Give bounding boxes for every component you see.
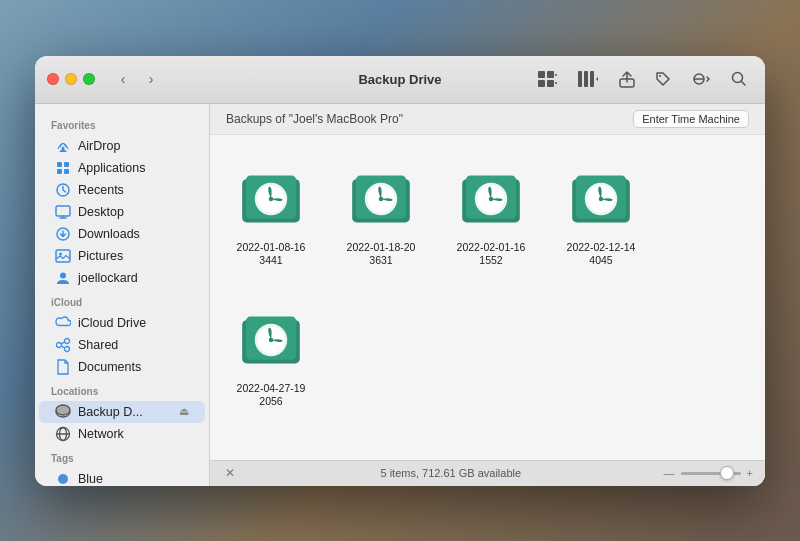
shared-icon xyxy=(55,337,71,353)
sidebar-item-icloud-drive[interactable]: iCloud Drive xyxy=(39,312,205,334)
finder-window: ‹ › Backup Drive xyxy=(35,56,765,486)
sidebar-item-backup-drive[interactable]: Backup D... ⏏ xyxy=(39,401,205,423)
svg-rect-4 xyxy=(578,71,582,87)
path-text: Backups of "Joel's MacBook Pro" xyxy=(226,112,403,126)
svg-rect-14 xyxy=(57,162,62,167)
share-button[interactable] xyxy=(613,66,641,92)
forward-button[interactable]: › xyxy=(139,67,163,91)
sidebar-item-documents[interactable]: Documents xyxy=(39,356,205,378)
documents-label: Documents xyxy=(78,360,141,374)
backup-drive-icon xyxy=(55,404,71,420)
file-item[interactable]: 2022-02-12-144045 xyxy=(556,155,646,276)
svg-rect-5 xyxy=(584,71,588,87)
downloads-icon xyxy=(55,226,71,242)
status-text: 5 items, 712.61 GB available xyxy=(238,467,664,479)
maximize-button[interactable] xyxy=(83,73,95,85)
sidebar-item-applications[interactable]: Applications xyxy=(39,157,205,179)
file-item[interactable]: 2022-02-01-161552 xyxy=(446,155,536,276)
back-button[interactable]: ‹ xyxy=(111,67,135,91)
sidebar-item-downloads[interactable]: Downloads xyxy=(39,223,205,245)
file-item[interactable]: 2022-01-08-163441 xyxy=(226,155,316,276)
pictures-label: Pictures xyxy=(78,249,123,263)
sidebar-item-pictures[interactable]: Pictures xyxy=(39,245,205,267)
traffic-lights xyxy=(47,73,95,85)
svg-rect-6 xyxy=(590,71,594,87)
zoom-control: — + xyxy=(664,467,753,479)
svg-point-25 xyxy=(65,338,70,343)
downloads-label: Downloads xyxy=(78,227,140,241)
favorites-label: Favorites xyxy=(35,112,209,135)
sidebar-item-tag-blue[interactable]: Blue xyxy=(39,468,205,486)
main-area: Backups of "Joel's MacBook Pro" Enter Ti… xyxy=(210,104,765,486)
sidebar-item-recents[interactable]: Recents xyxy=(39,179,205,201)
svg-rect-1 xyxy=(547,71,554,78)
svg-rect-0 xyxy=(538,71,545,78)
airdrop-icon xyxy=(55,138,71,154)
svg-line-28 xyxy=(62,346,65,348)
documents-icon xyxy=(55,359,71,375)
window-title: Backup Drive xyxy=(358,72,441,87)
search-button[interactable] xyxy=(725,67,753,91)
zoom-slider[interactable] xyxy=(681,472,741,475)
svg-point-41 xyxy=(269,196,274,201)
desktop-icon xyxy=(55,204,71,220)
tag-blue-icon xyxy=(55,471,71,486)
view-icon-grid[interactable] xyxy=(531,66,563,92)
svg-point-34 xyxy=(58,474,68,484)
tag-blue-label: Blue xyxy=(78,472,103,486)
icloud-drive-label: iCloud Drive xyxy=(78,316,146,330)
action-button[interactable] xyxy=(685,67,717,91)
svg-point-46 xyxy=(379,196,384,201)
svg-point-8 xyxy=(659,75,661,77)
time-machine-button[interactable]: Enter Time Machine xyxy=(633,110,749,128)
svg-point-22 xyxy=(59,252,62,255)
svg-rect-15 xyxy=(64,162,69,167)
tag-button[interactable] xyxy=(649,67,677,91)
file-item[interactable]: 2022-04-27-192056 xyxy=(226,296,316,417)
svg-point-26 xyxy=(65,346,70,351)
svg-point-23 xyxy=(60,272,66,278)
svg-point-51 xyxy=(489,196,494,201)
minimize-button[interactable] xyxy=(65,73,77,85)
close-button[interactable] xyxy=(47,73,59,85)
sidebar-item-shared[interactable]: Shared xyxy=(39,334,205,356)
user-label: joellockard xyxy=(78,271,138,285)
file-item[interactable]: 2022-01-18-203631 xyxy=(336,155,426,276)
svg-point-13 xyxy=(62,146,65,149)
svg-rect-3 xyxy=(547,80,554,87)
desktop-label: Desktop xyxy=(78,205,124,219)
svg-point-61 xyxy=(269,338,274,343)
svg-point-30 xyxy=(56,405,70,415)
view-icon-columns[interactable] xyxy=(571,66,605,92)
backup-drive-label: Backup D... xyxy=(78,405,143,419)
sidebar-item-airdrop[interactable]: AirDrop xyxy=(39,135,205,157)
svg-rect-2 xyxy=(538,80,545,87)
sidebar-item-user[interactable]: joellockard xyxy=(39,267,205,289)
svg-rect-17 xyxy=(64,169,69,174)
file-name-3: 2022-02-01-161552 xyxy=(454,241,528,268)
sidebar-item-desktop[interactable]: Desktop xyxy=(39,201,205,223)
status-close-button[interactable]: ✕ xyxy=(222,465,238,481)
svg-rect-19 xyxy=(56,206,70,216)
network-icon xyxy=(55,426,71,442)
svg-line-27 xyxy=(62,342,65,344)
zoom-thumb[interactable] xyxy=(720,466,734,480)
backup-icon-3 xyxy=(455,163,527,235)
backup-icon-4 xyxy=(565,163,637,235)
files-grid: 2022-01-08-163441 2 xyxy=(210,135,765,460)
icloud-drive-icon xyxy=(55,315,71,331)
file-name-4: 2022-02-12-144045 xyxy=(564,241,638,268)
eject-icon[interactable]: ⏏ xyxy=(179,405,189,418)
pictures-icon xyxy=(55,248,71,264)
backup-icon-2 xyxy=(345,163,417,235)
file-name-5: 2022-04-27-192056 xyxy=(234,382,308,409)
svg-line-12 xyxy=(742,82,746,86)
applications-icon xyxy=(55,160,71,176)
network-label: Network xyxy=(78,427,124,441)
tags-label: Tags xyxy=(35,445,209,468)
window-content: Favorites AirDrop xyxy=(35,104,765,486)
path-bar: Backups of "Joel's MacBook Pro" Enter Ti… xyxy=(210,104,765,135)
svg-rect-21 xyxy=(56,250,70,262)
toolbar-actions xyxy=(531,66,753,92)
sidebar-item-network[interactable]: Network xyxy=(39,423,205,445)
